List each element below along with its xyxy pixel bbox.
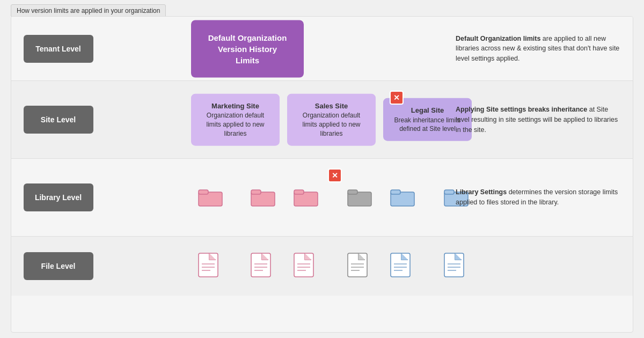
svg-rect-48	[348, 190, 357, 194]
library-level-box: Library Level	[24, 183, 93, 211]
sales-file-2	[347, 252, 368, 280]
sales-file-1	[293, 252, 314, 280]
library-break-inheritance-badge: ✕	[328, 168, 342, 182]
file-level-box: File Level	[24, 252, 93, 280]
diagram-title-label: How version limits are applied in your o…	[11, 4, 166, 17]
svg-rect-53	[199, 253, 218, 277]
file-row: File Level	[11, 237, 633, 296]
marketing-file-2	[250, 252, 272, 280]
svg-rect-68	[348, 253, 367, 277]
marketing-folder-2	[250, 186, 276, 209]
tenant-level-label: Tenant Level	[11, 17, 105, 80]
site-break-inheritance-badge: ✕	[390, 91, 404, 105]
sales-folder-1	[293, 186, 319, 209]
legal-file-2	[443, 252, 465, 280]
svg-rect-73	[391, 253, 410, 277]
main-diagram-container: Tenant Level Default Organization Versio…	[11, 16, 633, 333]
tenant-level-box: Tenant Level	[24, 35, 93, 63]
svg-rect-78	[444, 253, 464, 277]
svg-rect-50	[391, 190, 400, 194]
svg-rect-42	[199, 190, 208, 194]
library-level-label: Library Level	[11, 159, 105, 236]
marketing-file-1	[197, 252, 219, 280]
marketing-site-box: Marketing Site Organization default limi…	[191, 94, 280, 146]
library-description: Library Settings determines the version …	[456, 187, 622, 208]
library-row-content: ✕	[105, 159, 633, 236]
svg-rect-46	[294, 190, 304, 194]
library-row: Library Level ✕	[11, 159, 633, 237]
site-row: Site Level ✕ Marketing Site Organization…	[11, 81, 633, 159]
svg-rect-52	[444, 190, 454, 194]
site-level-label: Site Level	[11, 81, 105, 158]
svg-rect-58	[251, 253, 270, 277]
org-defaults-box: Default Organization Version History Lim…	[191, 20, 304, 77]
svg-rect-63	[294, 253, 313, 277]
legal-folder-1	[390, 186, 415, 209]
site-boxes-container: Marketing Site Organization default limi…	[191, 94, 472, 146]
sales-folder-2	[347, 186, 372, 209]
legal-file-1	[390, 252, 411, 280]
file-row-content	[105, 237, 633, 296]
file-level-label: File Level	[11, 237, 105, 296]
marketing-folder-1	[197, 186, 223, 209]
site-description: Applying Site settings breaks inheritanc…	[456, 105, 622, 135]
tenant-row: Tenant Level Default Organization Versio…	[11, 17, 633, 81]
site-level-box: Site Level	[24, 106, 93, 134]
site-row-content: ✕ Marketing Site Organization default li…	[105, 81, 633, 158]
tenant-row-content: Default Organization Version History Lim…	[105, 17, 633, 80]
tenant-description: Default Organization limits are applied …	[456, 33, 622, 63]
sales-site-box: Sales Site Organization default limits a…	[287, 94, 376, 146]
svg-rect-44	[251, 190, 261, 194]
